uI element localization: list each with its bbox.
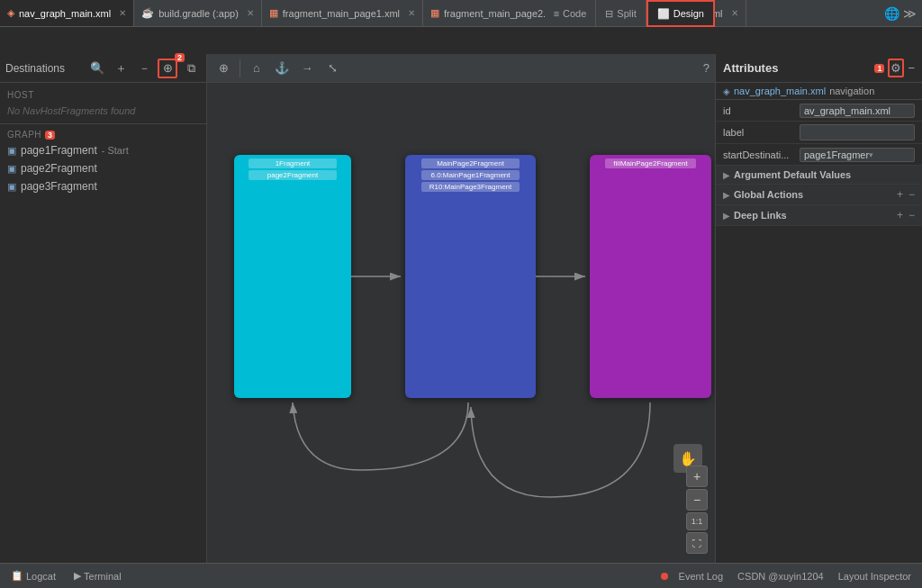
layout-inspector-button[interactable]: Layout Inspector xyxy=(835,569,915,583)
attr-label-label: label xyxy=(723,127,800,138)
fragment-inner-page2: MainPage2Fragment 6.0:MainPage1Fragment … xyxy=(405,155,536,398)
design-view-button[interactable]: ⬜ Design xyxy=(646,0,715,27)
attr-label-value[interactable] xyxy=(800,124,915,140)
new-dest-icon: ⊕ xyxy=(163,61,173,75)
dest-item-suffix: - Start xyxy=(102,145,129,156)
tab-layout-icon: ▦ xyxy=(430,7,439,19)
tab-close-btn[interactable]: ✕ xyxy=(119,8,126,18)
fit-button[interactable]: ⤡ xyxy=(321,58,343,79)
csdn-label[interactable]: CSDN @xuyin1204 xyxy=(734,569,827,583)
plus-icon: ⊕ xyxy=(219,61,229,75)
canvas-drawing-area[interactable]: ...fragment 1Fragment page2Fragment page… xyxy=(207,83,715,588)
zoom-in-button[interactable]: + xyxy=(686,466,708,487)
attr-id-value[interactable]: av_graph_main.xml xyxy=(800,104,915,118)
deep-links-add-button[interactable]: + xyxy=(897,209,903,222)
add-destination-button[interactable]: ＋ xyxy=(111,59,131,78)
section-title-deeplinks: Deep Links xyxy=(734,210,893,221)
global-actions-remove-button[interactable]: − xyxy=(908,188,915,201)
dest-item-page2fragment[interactable]: ▣ page2Fragment xyxy=(0,159,206,177)
tab-layout-icon: ▦ xyxy=(269,7,278,19)
graph-section-header-row: GRAPH 3 xyxy=(0,128,206,141)
tab-nav-graph[interactable]: ◈ nav_graph_main.xml ✕ xyxy=(0,0,134,27)
new-destination-highlighted-button[interactable]: ⊕ 2 xyxy=(158,59,177,78)
attr-label-row: label xyxy=(716,122,922,144)
search-icon: 🔍 xyxy=(90,61,104,75)
tab-close-btn[interactable]: ✕ xyxy=(731,8,738,18)
attr-id-label: id xyxy=(723,105,800,116)
annotation-3: 3 xyxy=(45,131,55,140)
more-tabs-icon[interactable]: ≫ xyxy=(903,6,917,21)
split-view-button[interactable]: ⊟ Split xyxy=(596,0,646,27)
zoom-out-button[interactable]: − xyxy=(686,489,708,511)
design-icon: ⬜ xyxy=(657,8,670,20)
terminal-label: Terminal xyxy=(84,571,122,582)
attr-id-row: id av_graph_main.xml xyxy=(716,100,922,122)
section-chevron-icon: ▶ xyxy=(723,170,730,180)
view-mode-bar: ≡ Code ⊟ Split ⬜ Design xyxy=(545,0,715,27)
canvas-toolbar: ⊕ ⌂ ⚓ → ⤡ ? xyxy=(207,54,715,83)
question-icon: ? xyxy=(703,61,710,75)
attributes-header: Attributes 1 ⚙ − xyxy=(716,54,922,83)
tab-close-btn[interactable]: ✕ xyxy=(247,8,254,18)
tab-end-controls: 🌐 ≫ xyxy=(879,6,922,21)
new-destination-canvas-button[interactable]: ⊕ xyxy=(212,58,234,79)
terminal-icon: ▶ xyxy=(74,570,81,582)
terminal-tab[interactable]: ▶ Terminal xyxy=(70,568,125,583)
duplicate-icon: ⧉ xyxy=(187,61,195,76)
right-panel: Attributes 1 ⚙ − ◈ nav_graph_main.xml na… xyxy=(715,54,922,588)
dropdown-arrow-icon: ▾ xyxy=(869,150,910,159)
minus-icon: － xyxy=(139,60,150,77)
tab-label: fragment_main_page1.xml xyxy=(283,8,400,19)
link-button[interactable]: ⚓ xyxy=(271,58,293,79)
fragment-box-page2[interactable]: page2Fragment MainPage2Fragment 6.0:Main… xyxy=(405,155,536,398)
section-argument-default-values[interactable]: ▶ Argument Default Values xyxy=(716,166,922,185)
dest-item-page1fragment[interactable]: ▣ page1Fragment - Start xyxy=(0,141,206,159)
event-log-button[interactable]: Event Log xyxy=(675,569,728,583)
global-actions-add-button[interactable]: + xyxy=(897,188,903,201)
add-icon: ＋ xyxy=(115,60,127,77)
close-panel-icon[interactable]: − xyxy=(908,61,915,75)
attr-startdest-dropdown[interactable]: page1Fragmer ▾ xyxy=(800,148,915,162)
dest-item-label: page3Fragment xyxy=(21,180,97,193)
deep-links-remove-button[interactable]: − xyxy=(908,209,915,222)
section-chevron-icon: ▶ xyxy=(723,211,730,221)
section-global-actions[interactable]: ▶ Global Actions + − xyxy=(716,185,922,205)
help-button[interactable]: ? xyxy=(703,61,710,75)
destinations-toolbar: Destinations 🔍 ＋ － ⊕ 2 ⧉ xyxy=(0,54,206,83)
left-panel: Destinations 🔍 ＋ － ⊕ 2 ⧉ HOST No NavHost… xyxy=(0,54,207,588)
remove-destination-button[interactable]: － xyxy=(134,59,154,78)
arrow-right-icon: → xyxy=(302,61,313,75)
logcat-icon: 📋 xyxy=(11,570,23,582)
fragment-chip-fill: fillMainPage2Fragment xyxy=(605,158,697,168)
logcat-label: Logcat xyxy=(26,571,56,582)
search-button[interactable]: 🔍 xyxy=(87,59,107,78)
zoom-level-label: 1:1 xyxy=(686,512,708,530)
fit-screen-button[interactable]: ⛶ xyxy=(686,532,708,554)
tab-build-gradle[interactable]: ☕ build.gradle (:app) ✕ xyxy=(134,0,262,27)
deep-link-button[interactable]: → xyxy=(296,58,318,79)
tab-bar: ◈ nav_graph_main.xml ✕ ☕ build.gradle (:… xyxy=(0,0,922,27)
code-view-button[interactable]: ≡ Code xyxy=(545,0,597,27)
fragment-box-page3[interactable]: page3Fragment fillMainPage2Fragment xyxy=(590,155,711,398)
settings-icon[interactable]: ⚙ xyxy=(888,59,904,77)
annotation-2: 2 xyxy=(175,53,185,62)
logcat-tab[interactable]: 📋 Logcat xyxy=(7,568,59,583)
globe-icon[interactable]: 🌐 xyxy=(884,6,899,21)
tab-close-btn[interactable]: ✕ xyxy=(408,8,415,18)
tab-gradle-icon: ☕ xyxy=(141,7,154,19)
fragment-box-page1[interactable]: ...fragment 1Fragment page2Fragment xyxy=(234,155,351,398)
attr-startdest-row: startDestinati... page1Fragmer ▾ xyxy=(716,144,922,166)
center-canvas[interactable]: ⊕ ⌂ ⚓ → ⤡ ? ...fragment xyxy=(207,54,715,588)
dest-item-page3fragment[interactable]: ▣ page3Fragment xyxy=(0,177,206,195)
graph-section-header: GRAPH xyxy=(7,130,41,140)
nav-graph-type: navigation xyxy=(829,86,874,96)
code-icon: ≡ xyxy=(554,8,559,19)
zoom-controls: + − 1:1 ⛶ xyxy=(686,466,708,554)
dest-item-label: page1Fragment xyxy=(21,144,97,157)
section-title-argdefault: Argument Default Values xyxy=(734,169,915,180)
section-title-globalactions: Global Actions xyxy=(734,189,893,200)
tab-fragment-page1[interactable]: ▦ fragment_main_page1.xml ✕ xyxy=(262,0,423,27)
section-deep-links[interactable]: ▶ Deep Links + − xyxy=(716,205,922,226)
home-button[interactable]: ⌂ xyxy=(246,58,267,79)
attributes-title: Attributes xyxy=(723,61,871,75)
